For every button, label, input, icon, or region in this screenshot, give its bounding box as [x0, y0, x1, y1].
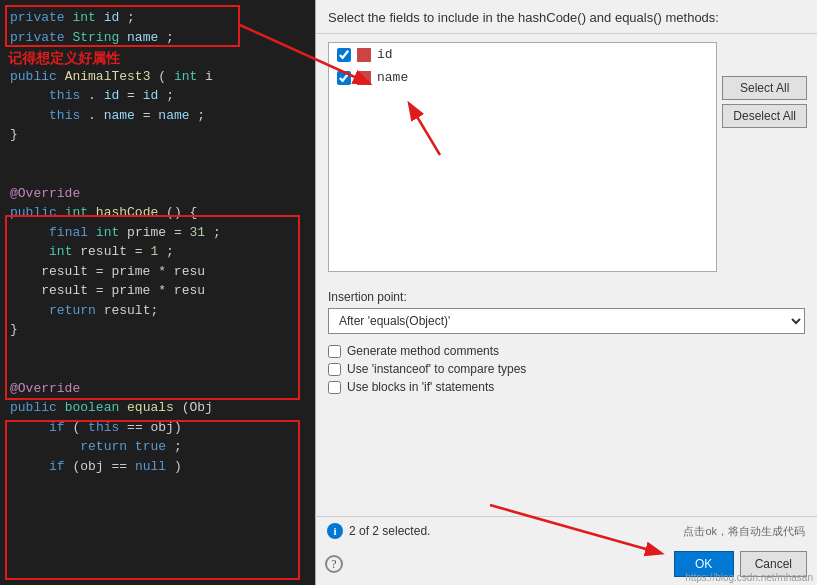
code-line: int result = 1 ; — [10, 242, 305, 262]
code-line: public AnimalTest3 ( int i — [10, 67, 305, 87]
code-line: @Override — [10, 379, 305, 399]
dialog-side-buttons: Select All Deselect All — [722, 76, 807, 128]
status-bar: i 2 of 2 selected. 点击ok，将自动生成代码 — [315, 516, 817, 545]
code-line: private int id ; — [10, 8, 305, 28]
checkbox-instanceof[interactable] — [328, 363, 341, 376]
dialog-panel: Select the fields to include in the hash… — [315, 0, 817, 585]
field-label-id: id — [377, 47, 393, 62]
checkbox-blocks[interactable] — [328, 381, 341, 394]
option-instanceof[interactable]: Use 'instanceof' to compare types — [328, 362, 805, 376]
code-line: public boolean equals (Obj — [10, 398, 305, 418]
fields-area[interactable]: id name — [328, 42, 717, 272]
option-method-comments[interactable]: Generate method comments — [328, 344, 805, 358]
insertion-point-label: Insertion point: — [328, 290, 805, 304]
field-label-name: name — [377, 70, 408, 85]
field-type-icon-id — [357, 48, 371, 62]
code-line: return result; — [10, 301, 305, 321]
code-line: final int prime = 31 ; — [10, 223, 305, 243]
code-line: private String name ; — [10, 28, 305, 48]
code-line: } — [10, 125, 305, 145]
zh-annotation-1: 记得想定义好属性 — [8, 50, 120, 68]
field-item-name[interactable]: name — [329, 66, 716, 89]
info-icon: i — [327, 523, 343, 539]
code-line: this . id = id ; — [10, 86, 305, 106]
code-line: } — [10, 320, 305, 340]
code-line: this . name = name ; — [10, 106, 305, 126]
help-icon[interactable]: ? — [325, 555, 343, 573]
dialog-title: Select the fields to include in the hash… — [316, 0, 817, 34]
code-line: if ( this == obj) — [10, 418, 305, 438]
insertion-point-select[interactable]: After 'equals(Object)' — [328, 308, 805, 334]
zh-annotation-3: 点击ok，将自动生成代码 — [683, 524, 805, 539]
code-line: return true ; — [10, 437, 305, 457]
code-line: public int hashCode () { — [10, 203, 305, 223]
status-text: 2 of 2 selected. — [349, 524, 430, 538]
field-checkbox-name[interactable] — [337, 71, 351, 85]
code-line: @Override — [10, 184, 305, 204]
checkbox-method-comments[interactable] — [328, 345, 341, 358]
field-item-id[interactable]: id — [329, 43, 716, 66]
url-bar: https://blog.csdn.net/mhasan — [681, 570, 817, 585]
code-line: if (obj == null ) — [10, 457, 305, 477]
deselect-all-button[interactable]: Deselect All — [722, 104, 807, 128]
field-type-icon-name — [357, 71, 371, 85]
option-blocks[interactable]: Use blocks in 'if' statements — [328, 380, 805, 394]
code-line: result = prime * resu — [10, 281, 305, 301]
code-line: result = prime * resu — [10, 262, 305, 282]
field-checkbox-id[interactable] — [337, 48, 351, 62]
select-all-button[interactable]: Select All — [722, 76, 807, 100]
code-panel: private int id ; private String name ; p… — [0, 0, 315, 585]
keyword: private — [10, 10, 65, 25]
